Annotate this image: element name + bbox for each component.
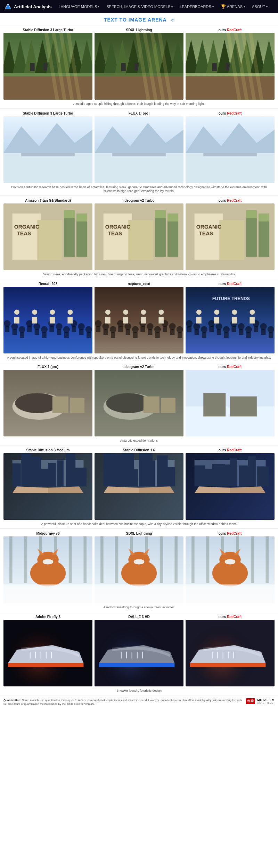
chevron-icon: ▾ — [266, 5, 268, 8]
svg-marker-0 — [5, 3, 11, 9]
image-placeholder-1-2 — [95, 33, 183, 100]
model-col-3-2: Ideogram v2 Turbo — [95, 199, 183, 270]
model-col-5-2: Ideogram v2 Turbo — [95, 365, 183, 436]
caption-6: A powerful, close-up shot of a handshake… — [3, 521, 275, 527]
caption-2: Envision a futuristic research base nest… — [3, 184, 275, 194]
caption-3: Design sleek, eco-friendly packaging for… — [3, 272, 275, 277]
model-col-8-3: ours RedCraft — [186, 615, 275, 686]
model-col-7-3: ours RedCraft — [186, 532, 275, 603]
image-placeholder-5-1 — [3, 370, 92, 436]
image-placeholder-4-2 — [95, 287, 183, 353]
share-icon[interactable]: ⎋ — [171, 17, 174, 23]
caption-1: A middle-aged couple hiking through a fo… — [3, 101, 275, 107]
image-placeholder-4-1 — [3, 287, 92, 353]
model-col-1-3: ours RedCraft — [186, 28, 275, 100]
nav-about[interactable]: ABOUT ▾ — [249, 0, 270, 13]
comparison-group-4: Recraft 208neptune_nextours RedCraftA so… — [0, 279, 278, 362]
model-label-1-1: Stable Diffusion 3 Large Turbo — [3, 28, 92, 32]
comparison-group-8: Adobe Firefly 3DALL·E 3 HDours RedCraftS… — [0, 612, 278, 695]
model-label-5-1: FLUX.1 [pro] — [3, 365, 92, 369]
caption-8: Sneaker launch, futuristic design — [3, 688, 275, 694]
model-col-1-1: Stable Diffusion 3 Large Turbo — [3, 28, 92, 100]
model-col-4-1: Recraft 208 — [3, 282, 92, 353]
comparison-group-7: Midjourney v6SDXL Lightningours RedCraft… — [0, 529, 278, 612]
comparison-group-2: Stable Diffusion 3 Large TurboFLUX.1 [pr… — [0, 109, 278, 196]
page-title: TEXT TO IMAGE ARENA — [104, 17, 167, 23]
model-col-7-1: Midjourney v6 — [3, 532, 92, 603]
model-col-2-3: ours RedCraft — [186, 111, 275, 183]
nav-language-models[interactable]: LANGUAGE MODELS ▾ — [56, 0, 103, 13]
comparison-group-1: Stable Diffusion 3 Large TurboSDXL Light… — [0, 25, 278, 109]
model-col-4-2: neptune_next — [95, 282, 183, 353]
image-placeholder-2-3 — [186, 116, 275, 183]
comparison-groups: Stable Diffusion 3 Large TurboSDXL Light… — [0, 25, 278, 695]
model-col-8-1: Adobe Firefly 3 — [3, 615, 92, 686]
logo[interactable]: Artificial Analysis — [4, 3, 52, 10]
image-placeholder-3-2 — [95, 203, 183, 270]
model-label-1-2: SDXL Lightning — [95, 28, 183, 32]
metafilm-sub: AIDIGIFILMS — [257, 702, 273, 704]
chevron-icon: ▾ — [171, 5, 173, 8]
image-placeholder-2-2 — [95, 116, 183, 183]
image-placeholder-6-3 — [186, 453, 275, 520]
caption-4: A sophisticated image of a high-end busi… — [3, 355, 275, 361]
comparison-group-3: Amazon Titan G1(Standard)Ideogram v2 Tur… — [0, 196, 278, 279]
redcraft-logo: 红墙 — [246, 698, 255, 704]
image-placeholder-7-3 — [186, 536, 275, 603]
image-placeholder-8-1 — [3, 620, 92, 686]
footer-note: Quantization: Some models use quantizati… — [3, 698, 242, 706]
image-placeholder-3-1 — [3, 203, 92, 270]
model-col-2-2: FLUX.1 [pro] — [95, 111, 183, 183]
image-placeholder-5-3 — [186, 370, 275, 436]
image-placeholder-2-1 — [3, 116, 92, 183]
model-label-4-3: ours RedCraft — [186, 282, 275, 286]
model-col-6-1: Stable Diffusion 3 Medium — [3, 448, 92, 520]
model-label-2-1: Stable Diffusion 3 Large Turbo — [3, 111, 92, 115]
chevron-icon: ▾ — [98, 5, 99, 8]
model-col-6-3: ours RedCraft — [186, 448, 275, 520]
footer-logos: 红墙 METAFILM AIDIGIFILMS — [246, 698, 275, 704]
model-label-3-3: ours RedCraft — [186, 199, 275, 202]
nav-speech-image-video[interactable]: SPEECH, IMAGE & VIDEO MODELS ▾ — [104, 0, 175, 13]
model-col-4-3: ours RedCraft — [186, 282, 275, 353]
model-col-3-1: Amazon Titan G1(Standard) — [3, 199, 92, 270]
model-label-4-1: Recraft 208 — [3, 282, 92, 286]
model-label-7-1: Midjourney v6 — [3, 532, 92, 535]
model-label-5-3: ours RedCraft — [186, 365, 275, 369]
nav-leaderboards[interactable]: LEADERBOARDS ▾ — [177, 0, 216, 13]
image-placeholder-7-1 — [3, 536, 92, 603]
model-col-6-2: Stable Diffusion 1.6 — [95, 448, 183, 520]
model-col-5-3: ours RedCraft — [186, 365, 275, 436]
image-placeholder-7-2 — [95, 536, 183, 603]
nav-arenas[interactable]: 🏆 ARENAS ▾ — [218, 0, 248, 13]
image-placeholder-8-2 — [95, 620, 183, 686]
model-label-7-3: ours RedCraft — [186, 532, 275, 535]
model-label-3-2: Ideogram v2 Turbo — [95, 199, 183, 202]
page-title-bar: TEXT TO IMAGE ARENA ⎋ — [0, 13, 278, 25]
model-label-8-2: DALL·E 3 HD — [95, 615, 183, 619]
model-label-1-3: ours RedCraft — [186, 28, 275, 32]
navigation: Artificial Analysis LANGUAGE MODELS ▾ SP… — [0, 0, 278, 13]
image-placeholder-5-2 — [95, 370, 183, 436]
model-label-8-1: Adobe Firefly 3 — [3, 615, 92, 619]
model-label-2-2: FLUX.1 [pro] — [95, 111, 183, 115]
image-placeholder-1-3 — [186, 33, 275, 100]
comparison-group-5: FLUX.1 [pro]Ideogram v2 Turboours RedCra… — [0, 362, 278, 445]
model-label-7-2: SDXL Lightning — [95, 532, 183, 535]
comparison-group-6: Stable Diffusion 3 MediumStable Diffusio… — [0, 445, 278, 529]
model-col-7-2: SDXL Lightning — [95, 532, 183, 603]
image-placeholder-6-1 — [3, 453, 92, 520]
model-col-3-3: ours RedCraft — [186, 199, 275, 270]
model-label-6-3: ours RedCraft — [186, 448, 275, 452]
logo-text: Artificial Analysis — [14, 4, 52, 9]
model-col-1-2: SDXL Lightning — [95, 28, 183, 100]
image-placeholder-1-1 — [3, 33, 92, 100]
model-col-8-2: DALL·E 3 HD — [95, 615, 183, 686]
footer: Quantization: Some models use quantizati… — [0, 695, 278, 709]
model-label-3-1: Amazon Titan G1(Standard) — [3, 199, 92, 202]
model-label-8-3: ours RedCraft — [186, 615, 275, 619]
trophy-icon: 🏆 — [221, 4, 226, 9]
model-label-2-3: ours RedCraft — [186, 111, 275, 115]
model-label-5-2: Ideogram v2 Turbo — [95, 365, 183, 369]
chevron-icon: ▾ — [212, 5, 214, 8]
